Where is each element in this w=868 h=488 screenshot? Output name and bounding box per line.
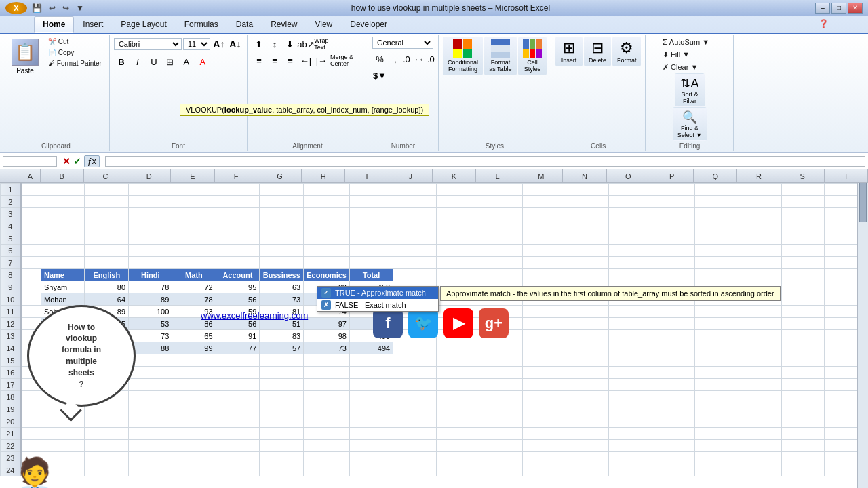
cell-empty-r6-c2[interactable] <box>129 245 172 257</box>
cell-empty-r8-c13[interactable] <box>609 269 652 281</box>
cell-empty-r7-c15[interactable] <box>695 257 738 269</box>
cell-empty-r16-c10[interactable] <box>479 367 523 379</box>
cell-empty-r24-c15[interactable] <box>695 464 738 476</box>
cell-A5[interactable] <box>21 232 41 245</box>
fill-btn[interactable]: ⬇ Fill ▼ <box>659 49 720 60</box>
col-header-D[interactable]: D <box>127 169 171 182</box>
cell-empty-r7-c9[interactable] <box>436 257 479 269</box>
cell-empty-r3-c17[interactable] <box>781 208 825 220</box>
cell-empty-r23-c4[interactable] <box>216 452 260 464</box>
cell-empty-r4-c8[interactable] <box>393 220 437 232</box>
cell-empty-r2-c13[interactable] <box>609 196 652 208</box>
data-cell-r13-c6[interactable]: 98 <box>304 330 350 342</box>
cell-empty-r1-c3[interactable] <box>172 184 216 196</box>
cell-empty-r21-c16[interactable] <box>738 428 782 440</box>
col-header-O[interactable]: O <box>607 169 650 182</box>
table-row[interactable]: 6 <box>1 245 868 257</box>
cell-empty-r18-c14[interactable] <box>652 391 695 403</box>
data-cell-r9-c1[interactable]: 80 <box>85 281 129 293</box>
cell-empty-r24-c5[interactable] <box>260 464 304 476</box>
cell-empty-r21-c15[interactable] <box>695 428 738 440</box>
cell-empty-r7-c7[interactable] <box>349 257 393 269</box>
cell-empty-r4-c11[interactable] <box>523 220 566 232</box>
cell-empty-r23-c7[interactable] <box>349 452 393 464</box>
cell-styles-btn[interactable]: CellStyles <box>518 37 547 75</box>
cell-empty-r19-c6[interactable] <box>304 403 350 415</box>
cell-empty-r13-c14[interactable] <box>652 330 695 342</box>
cell-empty-r11-c13[interactable] <box>609 306 652 318</box>
col-header-A[interactable]: A <box>20 169 41 182</box>
cell-empty-r1-c12[interactable] <box>566 184 609 196</box>
cell-empty-r6-c10[interactable] <box>479 245 523 257</box>
close-btn[interactable]: ✕ <box>848 3 863 14</box>
cell-empty-r22-c10[interactable] <box>479 440 523 452</box>
cell-empty-r22-c17[interactable] <box>781 440 825 452</box>
cell-empty-r2-c15[interactable] <box>695 196 738 208</box>
col-header-N[interactable]: N <box>563 169 606 182</box>
cell-A7[interactable] <box>21 257 41 269</box>
cell-empty-r8-c9[interactable] <box>436 269 479 281</box>
cell-empty-r13-c15[interactable] <box>695 330 738 342</box>
cell-empty-r11-c14[interactable] <box>652 306 695 318</box>
cell-empty-r23-c15[interactable] <box>695 452 738 464</box>
cell-empty-r23-c11[interactable] <box>523 452 566 464</box>
cell-empty-r1-c13[interactable] <box>609 184 652 196</box>
cell-empty-r16-c7[interactable] <box>349 367 393 379</box>
cell-empty-r24-c12[interactable] <box>566 464 609 476</box>
cell-empty-r15-c4[interactable] <box>216 354 260 367</box>
cell-empty-r17-c9[interactable] <box>436 379 479 391</box>
cell-empty-r13-c17[interactable] <box>781 330 825 342</box>
cell-empty-r16-c9[interactable] <box>436 367 479 379</box>
data-cell-r13-c4[interactable]: 91 <box>216 330 260 342</box>
cell-empty-r18-c10[interactable] <box>479 391 523 403</box>
cell-empty-r3-c14[interactable] <box>652 208 695 220</box>
col-header-K[interactable]: K <box>433 169 476 182</box>
cell-empty-r4-c5[interactable] <box>260 220 304 232</box>
cell-empty-r8-c14[interactable] <box>652 269 695 281</box>
cell-empty-r14-c14[interactable] <box>652 342 695 354</box>
col-header-I[interactable]: I <box>345 169 389 182</box>
quick-more[interactable]: ▼ <box>74 3 86 14</box>
format-painter-button[interactable]: 🖌 Format Painter <box>45 58 105 68</box>
indent-dec-btn[interactable]: ←| <box>298 53 313 68</box>
cell-empty-r16-c15[interactable] <box>695 367 738 379</box>
col-header-J[interactable]: J <box>389 169 433 182</box>
cell-empty-r24-c9[interactable] <box>436 464 479 476</box>
cell-empty-r19-c13[interactable] <box>609 403 652 415</box>
cell-empty-r24-c17[interactable] <box>781 464 825 476</box>
cell-empty-r2-c16[interactable] <box>738 196 782 208</box>
cell-empty-r18-c15[interactable] <box>695 391 738 403</box>
autosum-btn[interactable]: Σ AutoSum ▼ <box>659 37 720 47</box>
conditional-formatting-btn[interactable]: ConditionalFormatting <box>443 37 483 75</box>
cell-empty-r5-c1[interactable] <box>85 232 129 245</box>
cell-empty-r11-c17[interactable] <box>781 306 825 318</box>
cell-empty-r18-c13[interactable] <box>609 391 652 403</box>
cell-empty-r15-c7[interactable] <box>349 354 393 367</box>
cell-empty-r1-c11[interactable] <box>523 184 566 196</box>
cell-empty-r20-c17[interactable] <box>781 415 825 428</box>
data-cell-r9-c0[interactable]: Shyam <box>41 281 85 293</box>
cell-A10[interactable] <box>21 293 41 306</box>
cell-empty-r17-c6[interactable] <box>304 379 350 391</box>
italic-btn[interactable]: I <box>130 54 145 69</box>
cell-empty-r6-c14[interactable] <box>652 245 695 257</box>
data-cell-r9-c5[interactable]: 63 <box>260 281 304 293</box>
wrap-text-btn[interactable]: Wrap Text <box>314 37 329 52</box>
col-header-L[interactable]: L <box>476 169 519 182</box>
quick-save[interactable]: 💾 <box>30 3 44 14</box>
tab-view[interactable]: View <box>306 16 341 33</box>
cell-empty-r4-c9[interactable] <box>436 220 479 232</box>
col-header-B[interactable]: B <box>41 169 84 182</box>
cell-empty-r24-c6[interactable] <box>304 464 350 476</box>
cell-empty-r5-c8[interactable] <box>393 232 437 245</box>
increase-font-btn[interactable]: A↑ <box>212 37 226 52</box>
cell-empty-r2-c17[interactable] <box>781 196 825 208</box>
cell-empty-r16-c6[interactable] <box>304 367 350 379</box>
col-header-T[interactable]: T <box>825 169 868 182</box>
cell-empty-r6-c12[interactable] <box>566 245 609 257</box>
cell-empty-r20-c5[interactable] <box>260 415 304 428</box>
cell-empty-r11-c16[interactable] <box>738 306 782 318</box>
cell-A3[interactable] <box>21 208 41 220</box>
cell-empty-r18-c12[interactable] <box>566 391 609 403</box>
cell-empty-r8-c8[interactable] <box>393 269 437 281</box>
